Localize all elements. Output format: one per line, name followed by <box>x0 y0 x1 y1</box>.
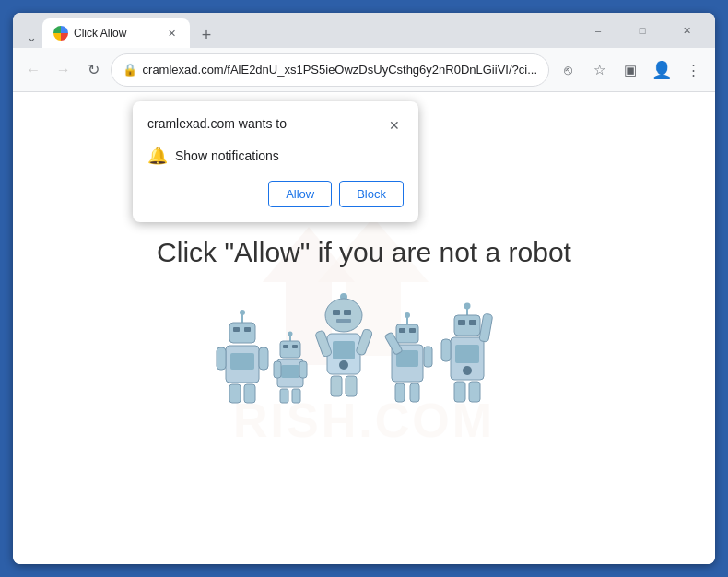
tab-chevron-icon[interactable]: ⌄ <box>20 26 42 48</box>
svg-point-26 <box>325 299 362 332</box>
svg-rect-35 <box>331 376 342 396</box>
svg-point-55 <box>463 366 472 375</box>
robots-illustration <box>207 290 521 419</box>
svg-rect-28 <box>344 310 351 315</box>
back-button[interactable]: ← <box>20 55 47 85</box>
browser-window: ⌄ Click Allow ✕ + – □ ✕ ← → ↻ 🔒 cramlexa… <box>13 13 715 564</box>
svg-rect-21 <box>299 361 307 378</box>
svg-rect-45 <box>424 347 432 367</box>
url-text: cramlexad.com/fAlE2dnU_xs1PS5ieOwzDsUyCs… <box>143 63 537 77</box>
svg-rect-27 <box>333 310 340 315</box>
main-heading: Click "Allow" if you are not a robot <box>157 237 571 268</box>
back-icon: ← <box>26 62 41 78</box>
svg-point-3 <box>240 310 245 315</box>
svg-rect-19 <box>281 365 299 378</box>
svg-rect-5 <box>233 327 240 332</box>
refresh-button[interactable]: ↻ <box>80 55 107 85</box>
svg-rect-52 <box>469 320 476 325</box>
page-content: RISH.COM cramlexad.com wants to ✕ 🔔 Show… <box>13 92 715 564</box>
svg-rect-56 <box>441 339 451 361</box>
svg-point-49 <box>464 303 471 310</box>
svg-rect-59 <box>469 382 480 402</box>
svg-rect-6 <box>244 327 251 332</box>
extensions-button[interactable]: ▣ <box>616 55 645 85</box>
svg-rect-10 <box>259 347 268 370</box>
svg-rect-40 <box>399 328 405 333</box>
dialog-close-button[interactable]: ✕ <box>385 116 404 135</box>
allow-button[interactable]: Allow <box>268 181 332 207</box>
svg-rect-57 <box>479 313 493 342</box>
svg-rect-17 <box>292 345 298 348</box>
refresh-icon: ↻ <box>88 61 100 78</box>
svg-rect-4 <box>229 323 255 343</box>
svg-rect-20 <box>274 361 281 378</box>
notification-dialog: cramlexad.com wants to ✕ 🔔 Show notifica… <box>133 101 418 222</box>
title-bar: ⌄ Click Allow ✕ + – □ ✕ <box>13 13 715 48</box>
forward-icon: → <box>56 62 71 78</box>
close-button[interactable]: ✕ <box>665 16 708 45</box>
toolbar-icons: ⎋ ☆ ▣ 👤 ⋮ <box>553 55 708 85</box>
option-label: Show notifications <box>175 148 279 163</box>
tab-close-button[interactable]: ✕ <box>164 26 179 41</box>
forward-button[interactable]: → <box>51 55 77 85</box>
lock-icon: 🔒 <box>123 63 137 77</box>
svg-rect-12 <box>244 384 255 403</box>
svg-rect-39 <box>396 324 418 343</box>
svg-rect-47 <box>410 383 419 402</box>
dialog-buttons: Allow Block <box>147 181 404 207</box>
robots-svg <box>207 290 521 419</box>
extensions-icon: ▣ <box>624 62 637 78</box>
svg-point-38 <box>405 312 410 318</box>
bookmark-icon: ☆ <box>593 62 605 78</box>
svg-rect-54 <box>455 345 479 363</box>
svg-rect-16 <box>283 345 288 348</box>
svg-rect-8 <box>230 353 254 370</box>
svg-rect-58 <box>454 382 465 402</box>
svg-rect-22 <box>280 389 288 403</box>
share-icon: ⎋ <box>564 62 572 77</box>
profile-icon: 👤 <box>652 60 672 80</box>
svg-point-14 <box>288 332 293 336</box>
svg-rect-50 <box>454 315 480 336</box>
dialog-option: 🔔 Show notifications <box>147 146 404 166</box>
address-bar[interactable]: 🔒 cramlexad.com/fAlE2dnU_xs1PS5ieOwzDsUy… <box>111 53 549 87</box>
dialog-header: cramlexad.com wants to ✕ <box>147 116 404 135</box>
svg-rect-11 <box>229 384 241 403</box>
svg-rect-9 <box>217 347 226 370</box>
profile-button[interactable]: 👤 <box>647 55 676 85</box>
block-button[interactable]: Block <box>339 181 404 207</box>
maximize-button[interactable]: □ <box>621 16 663 45</box>
browser-tab[interactable]: Click Allow ✕ <box>42 18 190 48</box>
window-controls: – □ ✕ <box>577 16 708 45</box>
new-tab-button[interactable]: + <box>194 22 219 48</box>
svg-rect-46 <box>395 383 405 402</box>
bell-icon: 🔔 <box>147 146 168 166</box>
dialog-title: cramlexad.com wants to <box>147 116 287 131</box>
tab-favicon <box>53 26 68 41</box>
share-button[interactable]: ⎋ <box>553 55 582 85</box>
svg-rect-36 <box>346 376 357 396</box>
svg-rect-51 <box>458 320 465 325</box>
menu-button[interactable]: ⋮ <box>678 55 708 85</box>
svg-point-32 <box>339 360 348 370</box>
tab-area: ⌄ Click Allow ✕ + <box>20 13 573 48</box>
minimize-button[interactable]: – <box>577 16 619 45</box>
menu-icon: ⋮ <box>687 62 700 78</box>
svg-rect-15 <box>280 341 300 358</box>
svg-rect-31 <box>333 341 355 359</box>
tab-title: Click Allow <box>74 27 159 40</box>
svg-rect-29 <box>336 319 351 323</box>
svg-rect-41 <box>409 328 416 333</box>
toolbar: ← → ↻ 🔒 cramlexad.com/fAlE2dnU_xs1PS5ieO… <box>13 48 715 92</box>
svg-rect-23 <box>292 389 300 403</box>
bookmark-button[interactable]: ☆ <box>584 55 614 85</box>
